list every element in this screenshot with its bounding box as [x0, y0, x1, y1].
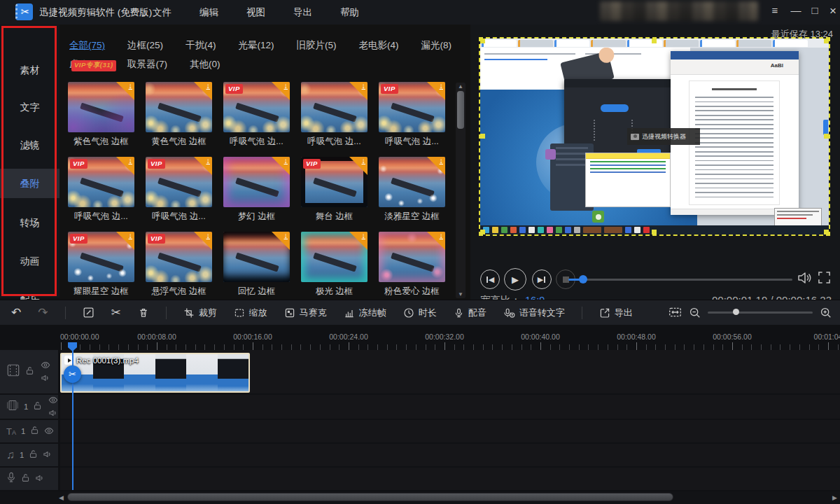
delete-button[interactable]	[138, 307, 149, 318]
track-lane-voice[interactable]	[60, 468, 840, 490]
redo-button[interactable]: ↷	[38, 307, 48, 318]
fit-timeline-icon[interactable]	[668, 307, 682, 318]
split-scissors-button[interactable]: ✂	[64, 365, 81, 383]
close-button[interactable]: ×	[825, 4, 840, 18]
item-label: 极光 边框	[301, 286, 368, 298]
scroll-up-icon[interactable]: ▲	[456, 83, 465, 90]
fullscreen-icon[interactable]	[818, 271, 831, 287]
sidebar-item-5[interactable]: 动画	[0, 246, 59, 276]
library-item[interactable]: ↓粉色爱心 边框	[379, 232, 445, 295]
library-item[interactable]: ↓淡雅星空 边框	[379, 157, 445, 220]
eye-icon[interactable]	[41, 359, 50, 372]
sidebar-item-4[interactable]: 转场	[0, 208, 59, 237]
category-tab[interactable]: 全部(75)	[69, 39, 105, 52]
next-frame-button[interactable]: ▶	[532, 270, 552, 289]
timeline-ruler[interactable]: 00:00:00.0000:00:08.0000:00:16.0000:00:2…	[59, 329, 840, 351]
menu-0[interactable]: 文件	[153, 6, 172, 19]
cut-button[interactable]: ✂	[111, 307, 121, 318]
play-button[interactable]: ▶	[504, 268, 526, 290]
library-scrollbar[interactable]: ▲ ▼	[456, 83, 465, 298]
hscroll-thumb[interactable]	[67, 493, 673, 501]
category-tab[interactable]: 其他(0)	[190, 58, 220, 71]
library-item[interactable]: VIP↓呼吸气泡 边...	[68, 157, 134, 220]
category-tab[interactable]: 漏光(8)	[421, 39, 452, 52]
library-item[interactable]: VIP↓呼吸气泡 边...	[379, 82, 445, 146]
mosaic-button[interactable]: 马赛克	[284, 307, 327, 319]
sidebar-item-1[interactable]: 文字	[0, 92, 59, 122]
library-item[interactable]: ↓回忆 边框	[223, 232, 290, 295]
zoom-slider-knob[interactable]	[733, 309, 739, 315]
library-item[interactable]: VIP↓耀眼星空 边框	[68, 232, 134, 295]
library-item[interactable]: ↓呼吸气泡 边...	[301, 82, 368, 146]
video-preview[interactable]: AaBl 迅捷视频转换器	[480, 38, 829, 234]
category-tab[interactable]: 旧胶片(5)	[297, 39, 337, 52]
library-item[interactable]: ↓梦幻 边框	[223, 157, 290, 220]
category-tab[interactable]: 干扰(4)	[186, 39, 216, 52]
horizontal-scrollbar[interactable]: ◀ ▶	[0, 491, 840, 504]
dub-button[interactable]: 配音	[454, 307, 486, 319]
track-header-voice[interactable]	[0, 468, 58, 490]
minimize-button[interactable]: —	[788, 4, 804, 16]
freeze-frame-button[interactable]: 冻结帧	[344, 307, 386, 319]
prev-frame-button[interactable]: ◀	[480, 270, 500, 289]
scroll-down-icon[interactable]: ▼	[456, 291, 465, 298]
eye-icon[interactable]	[48, 394, 58, 407]
scroll-left-icon[interactable]: ◀	[59, 494, 64, 501]
zoom-in-icon[interactable]	[820, 307, 832, 318]
timeline-zoom-slider[interactable]	[708, 312, 813, 314]
duration-button[interactable]: 时长	[403, 307, 437, 319]
download-arrow-icon: ↓	[284, 157, 288, 164]
speaker-icon[interactable]	[41, 372, 50, 385]
scroll-right-icon[interactable]: ▶	[832, 494, 837, 501]
export-button[interactable]: 导出	[599, 307, 633, 319]
track-header-video[interactable]	[0, 350, 58, 393]
menu-3[interactable]: 导出	[293, 6, 312, 19]
lock-icon[interactable]	[25, 365, 34, 378]
track-header-music[interactable]: ♫1	[0, 444, 58, 466]
library-item[interactable]: VIP↓呼吸气泡 边...	[223, 82, 290, 146]
lock-icon[interactable]	[21, 472, 30, 485]
track-lane-music[interactable]	[60, 444, 840, 466]
sidebar-item-0[interactable]: 素材	[0, 55, 59, 85]
scrollbar-thumb[interactable]	[457, 91, 464, 129]
library-item[interactable]: VIP↓悬浮气泡 边框	[146, 232, 212, 295]
lock-icon[interactable]	[30, 425, 39, 438]
sidebar-item-2[interactable]: 滤镜	[0, 130, 59, 160]
category-tab[interactable]: 老电影(4)	[359, 39, 399, 52]
seek-bar[interactable]	[568, 279, 792, 281]
item-label: 呼吸气泡 边...	[68, 211, 134, 223]
library-item[interactable]: ↓极光 边框	[301, 232, 368, 295]
track-lane-pip[interactable]	[60, 395, 840, 419]
track-header-pip[interactable]: 1	[0, 395, 58, 419]
track-lane-text[interactable]	[60, 420, 840, 442]
undo-button[interactable]: ↶	[11, 307, 21, 318]
category-tab[interactable]: 边框(25)	[127, 39, 163, 52]
category-tab[interactable]: 取景器(7)	[127, 58, 167, 71]
eye-icon[interactable]	[44, 425, 54, 438]
crop-button[interactable]: 裁剪	[183, 307, 217, 319]
menu-2[interactable]: 视图	[246, 6, 265, 19]
speaker-icon[interactable]	[43, 449, 52, 461]
maximize-button[interactable]: □	[807, 4, 822, 16]
library-item[interactable]: ↓紫色气泡 边框	[68, 82, 134, 146]
track-header-text[interactable]: TA1	[0, 420, 58, 442]
lock-icon[interactable]	[29, 449, 38, 461]
menu-1[interactable]: 编辑	[200, 6, 218, 19]
edit-button[interactable]	[83, 307, 94, 318]
menu-4[interactable]: 帮助	[340, 6, 359, 19]
library-item[interactable]: ↓黄色气泡 边框	[146, 82, 212, 146]
speaker-icon[interactable]	[48, 407, 58, 420]
library-item[interactable]: VIP↓舞台 边框	[301, 157, 368, 220]
hamburger-menu-icon[interactable]: ≡	[767, 4, 783, 16]
zoom-out-icon[interactable]	[689, 307, 701, 318]
speaker-icon[interactable]	[35, 472, 45, 485]
volume-icon[interactable]	[797, 271, 812, 288]
lock-icon[interactable]	[33, 400, 42, 413]
seek-knob[interactable]	[579, 275, 587, 284]
category-tab[interactable]: 光晕(12)	[239, 39, 274, 52]
category-tab[interactable]: VIP专享(31)	[71, 60, 116, 71]
library-item[interactable]: VIP↓呼吸气泡 边...	[146, 157, 212, 220]
speech-to-text-button[interactable]: 语音转文字	[503, 307, 565, 319]
zoom-tool-button[interactable]: 缩放	[234, 307, 267, 319]
sidebar-item-3[interactable]: 叠附	[0, 169, 59, 198]
